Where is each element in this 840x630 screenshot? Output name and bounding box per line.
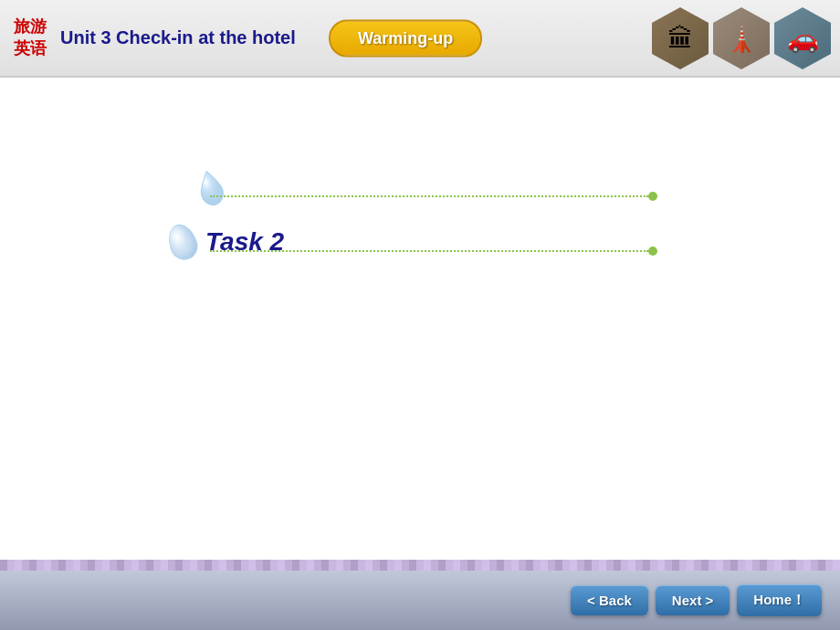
- hex-images-container: 🏛 🗼 🚗: [652, 7, 831, 69]
- water-drop-2: [163, 220, 202, 264]
- hex-image-2: 🗼: [713, 7, 770, 69]
- main-content: Task 2: [0, 78, 840, 571]
- hex-shape-3: 🚗: [774, 7, 831, 69]
- home-button[interactable]: Home！: [737, 584, 822, 616]
- brand-line1: 旅游: [14, 16, 47, 37]
- hex-image-1: 🏛: [652, 7, 709, 69]
- brand-text: 旅游 英语: [14, 16, 47, 59]
- task2-label: Task 2: [205, 227, 284, 257]
- brand-line2: 英语: [14, 38, 47, 59]
- next-button[interactable]: Next >: [656, 585, 730, 615]
- warming-up-button[interactable]: Warming-up: [329, 19, 482, 57]
- footer: < Back Next > Home！: [0, 571, 840, 630]
- line-dot-2: [648, 247, 657, 256]
- back-button[interactable]: < Back: [571, 585, 648, 615]
- hex-shape-2: 🗼: [713, 7, 770, 69]
- task2-row: Task 2: [169, 224, 284, 260]
- line-dot-1: [648, 192, 657, 201]
- hex-shape-1: 🏛: [652, 7, 709, 69]
- bottom-strip: [0, 560, 840, 571]
- header: 旅游 英语 Unit 3 Check-in at the hotel Warmi…: [0, 0, 840, 78]
- hex-image-3: 🚗: [774, 7, 831, 69]
- dotted-line-1: [210, 192, 657, 201]
- water-drop-1: [196, 169, 226, 207]
- line-1: [210, 195, 648, 197]
